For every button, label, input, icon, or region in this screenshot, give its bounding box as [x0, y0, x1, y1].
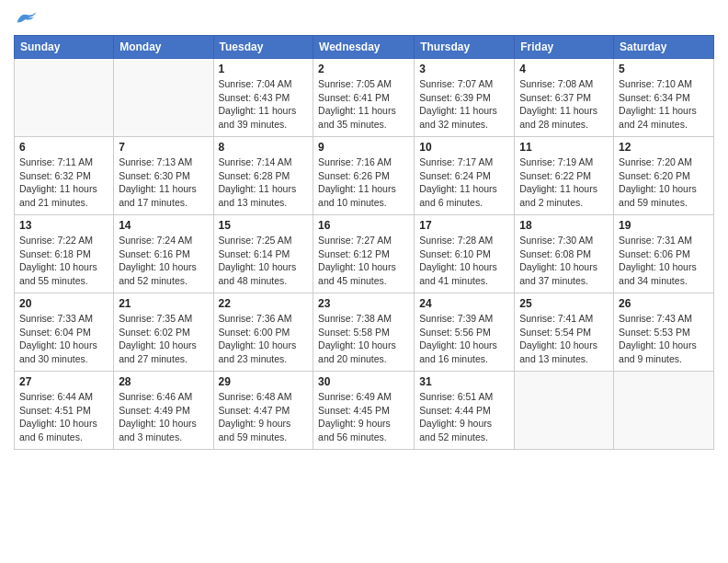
- day-detail: Sunrise: 7:13 AM Sunset: 6:30 PM Dayligh…: [119, 155, 208, 210]
- day-number: 3: [419, 63, 509, 75]
- calendar-day-cell: 3Sunrise: 7:07 AM Sunset: 6:39 PM Daylig…: [415, 59, 515, 137]
- calendar-day-cell: 26Sunrise: 7:43 AM Sunset: 5:53 PM Dayli…: [614, 293, 714, 372]
- weekday-header-sunday: Sunday: [15, 36, 114, 59]
- calendar-day-cell: 22Sunrise: 7:36 AM Sunset: 6:00 PM Dayli…: [213, 293, 313, 372]
- day-number: 24: [419, 297, 509, 310]
- day-number: 16: [318, 219, 409, 232]
- day-number: 8: [219, 141, 309, 154]
- calendar-day-cell: 30Sunrise: 6:49 AM Sunset: 4:45 PM Dayli…: [313, 372, 415, 450]
- day-number: 11: [519, 141, 609, 154]
- day-number: 30: [318, 375, 409, 388]
- day-number: 17: [419, 219, 509, 232]
- day-detail: Sunrise: 7:17 AM Sunset: 6:24 PM Dayligh…: [419, 155, 509, 210]
- weekday-header-friday: Friday: [515, 36, 614, 59]
- day-detail: Sunrise: 7:30 AM Sunset: 6:08 PM Dayligh…: [519, 234, 609, 288]
- calendar-day-cell: 12Sunrise: 7:20 AM Sunset: 6:20 PM Dayli…: [614, 137, 714, 215]
- day-number: 28: [119, 375, 208, 388]
- day-detail: Sunrise: 7:16 AM Sunset: 6:26 PM Dayligh…: [318, 155, 409, 210]
- calendar-day-cell: 31Sunrise: 6:51 AM Sunset: 4:44 PM Dayli…: [415, 372, 515, 450]
- day-detail: Sunrise: 7:10 AM Sunset: 6:34 PM Dayligh…: [619, 77, 709, 132]
- day-detail: Sunrise: 6:51 AM Sunset: 4:44 PM Dayligh…: [419, 390, 509, 444]
- calendar-day-cell: 1Sunrise: 7:04 AM Sunset: 6:43 PM Daylig…: [213, 59, 313, 137]
- day-detail: Sunrise: 7:39 AM Sunset: 5:56 PM Dayligh…: [419, 312, 509, 366]
- calendar-day-cell: 14Sunrise: 7:24 AM Sunset: 6:16 PM Dayli…: [114, 215, 213, 293]
- calendar-day-cell: 29Sunrise: 6:48 AM Sunset: 4:47 PM Dayli…: [213, 372, 313, 450]
- calendar-day-cell: 8Sunrise: 7:14 AM Sunset: 6:28 PM Daylig…: [213, 137, 313, 215]
- day-detail: Sunrise: 7:08 AM Sunset: 6:37 PM Dayligh…: [519, 77, 609, 132]
- calendar-day-cell: 21Sunrise: 7:35 AM Sunset: 6:02 PM Dayli…: [114, 293, 213, 372]
- calendar-day-cell: 20Sunrise: 7:33 AM Sunset: 6:04 PM Dayli…: [15, 293, 114, 372]
- calendar-day-cell: 9Sunrise: 7:16 AM Sunset: 6:26 PM Daylig…: [313, 137, 415, 215]
- weekday-header-tuesday: Tuesday: [213, 36, 313, 59]
- calendar-day-cell: [15, 59, 114, 137]
- day-detail: Sunrise: 7:24 AM Sunset: 6:16 PM Dayligh…: [119, 234, 208, 288]
- day-number: 25: [519, 297, 609, 310]
- day-number: 23: [318, 297, 409, 310]
- day-number: 20: [19, 297, 108, 310]
- weekday-header-saturday: Saturday: [614, 36, 714, 59]
- day-detail: Sunrise: 7:04 AM Sunset: 6:43 PM Dayligh…: [219, 77, 309, 132]
- day-number: 31: [419, 375, 509, 388]
- day-number: 13: [19, 219, 108, 232]
- weekday-header-row: SundayMondayTuesdayWednesdayThursdayFrid…: [15, 36, 714, 59]
- calendar-table: SundayMondayTuesdayWednesdayThursdayFrid…: [14, 35, 714, 450]
- day-detail: Sunrise: 7:05 AM Sunset: 6:41 PM Dayligh…: [318, 77, 409, 132]
- calendar-day-cell: [114, 59, 213, 137]
- day-detail: Sunrise: 7:20 AM Sunset: 6:20 PM Dayligh…: [619, 155, 709, 210]
- day-number: 18: [519, 219, 609, 232]
- calendar-day-cell: 7Sunrise: 7:13 AM Sunset: 6:30 PM Daylig…: [114, 137, 213, 215]
- calendar-day-cell: 18Sunrise: 7:30 AM Sunset: 6:08 PM Dayli…: [515, 215, 614, 293]
- day-number: 5: [619, 63, 709, 75]
- day-number: 1: [219, 63, 309, 75]
- calendar-day-cell: 25Sunrise: 7:41 AM Sunset: 5:54 PM Dayli…: [515, 293, 614, 372]
- day-number: 26: [619, 297, 709, 310]
- day-number: 9: [318, 141, 409, 154]
- calendar-day-cell: 15Sunrise: 7:25 AM Sunset: 6:14 PM Dayli…: [213, 215, 313, 293]
- weekday-header-thursday: Thursday: [415, 36, 515, 59]
- calendar-week-row: 13Sunrise: 7:22 AM Sunset: 6:18 PM Dayli…: [15, 215, 714, 293]
- day-detail: Sunrise: 7:41 AM Sunset: 5:54 PM Dayligh…: [519, 312, 609, 366]
- calendar-day-cell: 2Sunrise: 7:05 AM Sunset: 6:41 PM Daylig…: [313, 59, 415, 137]
- calendar-week-row: 20Sunrise: 7:33 AM Sunset: 6:04 PM Dayli…: [15, 293, 714, 372]
- calendar-day-cell: 5Sunrise: 7:10 AM Sunset: 6:34 PM Daylig…: [614, 59, 714, 137]
- day-number: 10: [419, 141, 509, 154]
- day-number: 14: [119, 219, 208, 232]
- day-number: 4: [519, 63, 609, 75]
- day-number: 22: [219, 297, 309, 310]
- day-detail: Sunrise: 7:07 AM Sunset: 6:39 PM Dayligh…: [419, 77, 509, 132]
- day-detail: Sunrise: 6:44 AM Sunset: 4:51 PM Dayligh…: [19, 390, 108, 444]
- day-detail: Sunrise: 6:46 AM Sunset: 4:49 PM Dayligh…: [119, 390, 208, 444]
- logo-bird-icon: [14, 9, 40, 29]
- calendar-week-row: 27Sunrise: 6:44 AM Sunset: 4:51 PM Dayli…: [15, 372, 714, 450]
- day-number: 29: [219, 375, 309, 388]
- weekday-header-monday: Monday: [114, 36, 213, 59]
- calendar-day-cell: 6Sunrise: 7:11 AM Sunset: 6:32 PM Daylig…: [15, 137, 114, 215]
- calendar-day-cell: 10Sunrise: 7:17 AM Sunset: 6:24 PM Dayli…: [415, 137, 515, 215]
- day-detail: Sunrise: 7:43 AM Sunset: 5:53 PM Dayligh…: [619, 312, 709, 366]
- calendar-day-cell: [614, 372, 714, 450]
- day-detail: Sunrise: 7:25 AM Sunset: 6:14 PM Dayligh…: [219, 234, 309, 288]
- day-number: 27: [19, 375, 108, 388]
- calendar-day-cell: 23Sunrise: 7:38 AM Sunset: 5:58 PM Dayli…: [313, 293, 415, 372]
- day-detail: Sunrise: 7:33 AM Sunset: 6:04 PM Dayligh…: [19, 312, 108, 366]
- calendar-day-cell: 19Sunrise: 7:31 AM Sunset: 6:06 PM Dayli…: [614, 215, 714, 293]
- calendar-day-cell: 16Sunrise: 7:27 AM Sunset: 6:12 PM Dayli…: [313, 215, 415, 293]
- calendar-day-cell: 24Sunrise: 7:39 AM Sunset: 5:56 PM Dayli…: [415, 293, 515, 372]
- calendar-day-cell: 4Sunrise: 7:08 AM Sunset: 6:37 PM Daylig…: [515, 59, 614, 137]
- calendar-week-row: 1Sunrise: 7:04 AM Sunset: 6:43 PM Daylig…: [15, 59, 714, 137]
- day-detail: Sunrise: 7:27 AM Sunset: 6:12 PM Dayligh…: [318, 234, 409, 288]
- calendar-day-cell: 28Sunrise: 6:46 AM Sunset: 4:49 PM Dayli…: [114, 372, 213, 450]
- day-detail: Sunrise: 7:35 AM Sunset: 6:02 PM Dayligh…: [119, 312, 208, 366]
- day-number: 7: [119, 141, 208, 154]
- day-number: 6: [19, 141, 108, 154]
- day-detail: Sunrise: 7:38 AM Sunset: 5:58 PM Dayligh…: [318, 312, 409, 366]
- day-detail: Sunrise: 7:22 AM Sunset: 6:18 PM Dayligh…: [19, 234, 108, 288]
- day-detail: Sunrise: 6:49 AM Sunset: 4:45 PM Dayligh…: [318, 390, 409, 444]
- day-detail: Sunrise: 7:31 AM Sunset: 6:06 PM Dayligh…: [619, 234, 709, 288]
- calendar-week-row: 6Sunrise: 7:11 AM Sunset: 6:32 PM Daylig…: [15, 137, 714, 215]
- day-number: 15: [219, 219, 309, 232]
- day-detail: Sunrise: 7:36 AM Sunset: 6:00 PM Dayligh…: [219, 312, 309, 366]
- header: [14, 9, 714, 29]
- calendar-day-cell: 17Sunrise: 7:28 AM Sunset: 6:10 PM Dayli…: [415, 215, 515, 293]
- calendar-day-cell: [515, 372, 614, 450]
